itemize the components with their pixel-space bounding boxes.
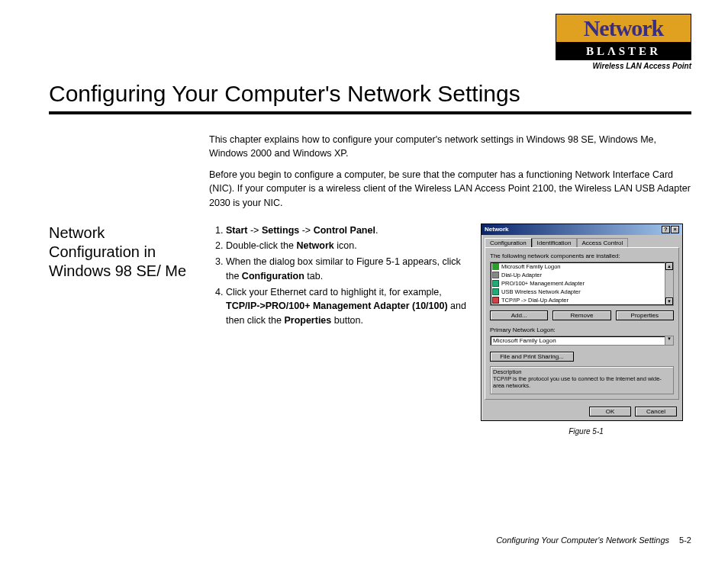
page-footer: Configuring Your Computer's Network Sett… [496,535,691,545]
step-4: Click your Ethernet card to highlight it… [226,285,469,328]
logo-subtitle: Wireless LAN Access Point [556,62,691,70]
logon-label: Primary Network Logon: [490,326,674,333]
scroll-down-icon[interactable]: ▼ [665,297,673,305]
list-item[interactable]: Dial-Up Adapter [491,271,673,279]
scrollbar[interactable]: ▲ ▼ [665,262,673,305]
intro-paragraph-1: This chapter explains how to configure y… [209,133,691,160]
chevron-down-icon[interactable]: ▼ [665,336,673,345]
tab-configuration[interactable]: Configuration [485,238,532,247]
intro-paragraph-2: Before you begin to configure a computer… [209,168,691,209]
page-title: Configuring Your Computer's Network Sett… [49,81,691,114]
brand-logo: Network BLΛSTER Wireless LAN Access Poin… [556,14,691,70]
dialog-title: Network [485,226,509,233]
figure-column: Network ? × Configuration Identification… [469,224,691,436]
protocol-icon [492,297,499,304]
cancel-button[interactable]: Cancel [635,407,677,416]
step-1: Start -> Settings -> Control Panel. [226,224,469,238]
description-label: Description [493,368,671,375]
file-print-sharing-button[interactable]: File and Print Sharing... [490,352,574,362]
intro-block: This chapter explains how to configure y… [209,133,691,210]
properties-button[interactable]: Properties [616,310,674,320]
components-label: The following network components are ins… [490,252,674,259]
description-text: TCP/IP is the protocol you use to connec… [493,375,671,389]
step-3: When the dialog box similar to Figure 5-… [226,255,469,284]
list-item[interactable]: TCP/IP -> Dial-Up Adapter [491,296,673,304]
step-2: Double-click the Network icon. [226,239,469,253]
network-dialog: Network ? × Configuration Identification… [481,224,683,421]
list-item[interactable]: USB Wireless Network Adapter [491,288,673,296]
section-heading: Network Configuration in Windows 98 SE/ … [49,224,209,436]
add-button[interactable]: Add... [490,310,548,320]
ok-button[interactable]: OK [589,407,631,416]
adapter-icon [492,280,499,287]
logon-dropdown[interactable]: Microsoft Family Logon ▼ [490,336,674,346]
footer-text: Configuring Your Computer's Network Sett… [496,535,669,545]
description-box: Description TCP/IP is the protocol you u… [490,366,674,394]
logon-value: Microsoft Family Logon [493,337,556,344]
scroll-up-icon[interactable]: ▲ [665,262,673,270]
help-icon[interactable]: ? [662,226,670,233]
steps-list: Start -> Settings -> Control Panel. Doub… [209,224,469,436]
adapter-icon [492,272,499,278]
close-icon[interactable]: × [671,226,679,233]
dialog-titlebar[interactable]: Network ? × [482,224,682,235]
logo-line1: Network [556,14,691,43]
list-item-selected[interactable]: TCP/IP -> PRO/100+ Management Adapter [491,304,673,306]
list-item[interactable]: Microsoft Family Logon [491,262,673,271]
components-listbox[interactable]: Microsoft Family Logon Dial-Up Adapter P… [490,262,674,306]
logo-line2: BLΛSTER [556,43,691,60]
figure-caption: Figure 5-1 [481,427,691,436]
client-icon [492,263,499,270]
adapter-icon [492,288,499,295]
tab-access-control[interactable]: Access Control [577,238,629,247]
tab-identification[interactable]: Identification [532,238,577,247]
list-item[interactable]: PRO/100+ Management Adapter [491,279,673,288]
page-number: 5-2 [679,535,691,545]
remove-button[interactable]: Remove [552,310,610,320]
protocol-icon [492,305,499,306]
